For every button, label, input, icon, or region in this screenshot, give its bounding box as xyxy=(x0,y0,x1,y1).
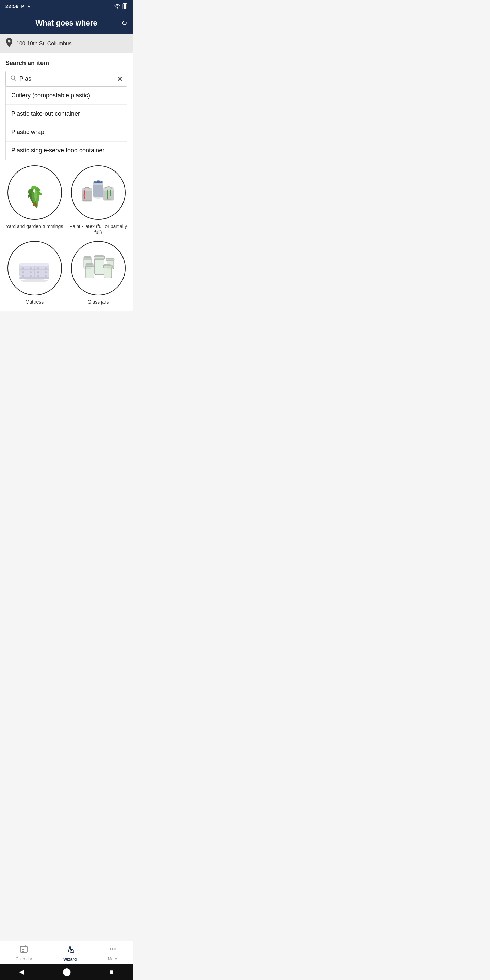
dropdown-item-plastic-wrap[interactable]: Plastic wrap xyxy=(6,123,127,142)
location-bar[interactable]: 100 10th St, Columbus xyxy=(0,34,133,53)
search-label: Search an item xyxy=(5,60,127,67)
items-grid: Yard and garden trimmings xyxy=(0,160,133,311)
svg-point-22 xyxy=(94,197,103,199)
svg-rect-10 xyxy=(33,204,37,206)
svg-point-35 xyxy=(37,267,39,269)
item-card-glass-jars[interactable]: Glass jars xyxy=(69,241,127,305)
glass-jars-illustration xyxy=(80,250,117,287)
svg-point-18 xyxy=(82,200,92,202)
svg-point-37 xyxy=(22,271,24,273)
svg-rect-55 xyxy=(95,255,104,257)
svg-rect-16 xyxy=(82,190,92,201)
status-bar: 22:56 P ★ xyxy=(0,0,133,12)
item-circle-yard-trimmings xyxy=(8,165,62,220)
status-icon-p: P xyxy=(21,4,24,9)
svg-point-33 xyxy=(22,267,24,269)
yard-trimmings-illustration xyxy=(16,174,53,211)
svg-rect-61 xyxy=(104,264,111,266)
refresh-button[interactable]: ↻ xyxy=(121,19,127,27)
item-label-yard-trimmings: Yard and garden trimmings xyxy=(6,223,63,229)
status-time: 22:56 xyxy=(5,3,18,9)
wifi-icon xyxy=(115,4,121,8)
svg-rect-56 xyxy=(86,266,94,278)
svg-rect-21 xyxy=(94,181,103,183)
status-left: 22:56 P ★ xyxy=(5,3,31,9)
item-label-paint-latex: Paint - latex (full or partially full) xyxy=(69,223,127,235)
status-icons xyxy=(115,3,127,9)
location-pin-icon xyxy=(5,38,13,49)
dropdown-item-cutlery[interactable]: Cutlery (compostable plastic) xyxy=(6,86,127,105)
svg-rect-24 xyxy=(103,188,114,191)
search-dropdown: Cutlery (compostable plastic) Plastic ta… xyxy=(5,86,127,160)
item-card-paint-latex[interactable]: Paint - latex (full or partially full) xyxy=(69,165,127,235)
svg-rect-59 xyxy=(104,267,111,278)
item-label-mattress: Mattress xyxy=(25,299,44,305)
location-address: 100 10th St, Columbus xyxy=(16,40,72,47)
dropdown-item-plastic-single[interactable]: Plastic single-serve food container xyxy=(6,142,127,159)
svg-point-34 xyxy=(30,267,32,269)
svg-rect-2 xyxy=(124,4,126,8)
svg-rect-58 xyxy=(86,263,93,265)
app-header: What goes where ↻ xyxy=(0,12,133,34)
svg-line-4 xyxy=(14,79,16,81)
svg-rect-53 xyxy=(95,258,104,275)
svg-point-40 xyxy=(45,271,47,273)
paint-latex-illustration xyxy=(80,174,117,211)
dropdown-item-plastic-takeout[interactable]: Plastic take-out container xyxy=(6,105,127,123)
svg-rect-27 xyxy=(19,263,49,266)
item-card-yard-trimmings[interactable]: Yard and garden trimmings xyxy=(5,165,64,235)
svg-rect-19 xyxy=(93,184,103,197)
item-circle-glass-jars xyxy=(71,241,126,295)
svg-point-39 xyxy=(37,271,39,273)
search-icon xyxy=(10,75,17,83)
search-input-value[interactable]: Plas xyxy=(19,75,117,82)
mattress-illustration xyxy=(16,250,53,287)
search-box[interactable]: Plas ✕ xyxy=(5,71,127,87)
svg-rect-49 xyxy=(84,256,91,258)
svg-rect-23 xyxy=(103,189,114,200)
svg-point-46 xyxy=(21,279,48,282)
svg-rect-52 xyxy=(107,258,113,259)
status-icon-star: ★ xyxy=(27,4,31,9)
svg-rect-45 xyxy=(19,277,49,279)
svg-point-25 xyxy=(104,199,113,202)
search-clear-button[interactable]: ✕ xyxy=(117,75,123,83)
main-content: Search an item Plas ✕ Cutlery (compostab… xyxy=(0,53,133,160)
item-circle-paint-latex xyxy=(71,165,126,220)
svg-point-38 xyxy=(30,271,32,273)
svg-point-36 xyxy=(45,267,47,269)
item-circle-mattress xyxy=(8,241,62,295)
item-card-mattress[interactable]: Mattress xyxy=(5,241,64,305)
svg-rect-17 xyxy=(82,188,92,191)
header-title: What goes where xyxy=(36,19,97,27)
item-label-glass-jars: Glass jars xyxy=(88,299,108,305)
battery-icon xyxy=(123,3,127,9)
